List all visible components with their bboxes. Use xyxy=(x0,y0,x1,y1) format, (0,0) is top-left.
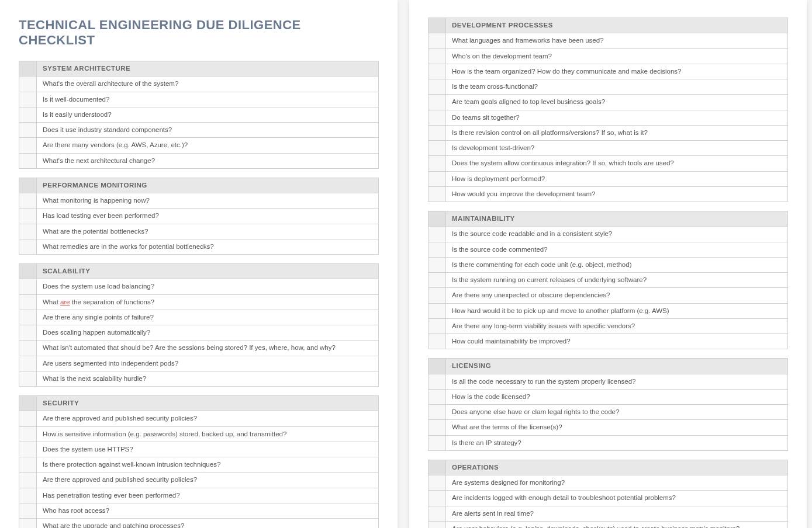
checklist-row: Who's on the development team? xyxy=(428,48,788,64)
checkbox-cell[interactable] xyxy=(429,319,446,334)
checklist-item-text: Are user behaviors (e.g. logins, downloa… xyxy=(446,522,787,528)
checklist-item-text: Is all the code necessary to run the sys… xyxy=(446,374,787,389)
section-header-row: SCALABILITY xyxy=(19,263,379,279)
checkbox-cell[interactable] xyxy=(429,436,446,450)
checklist-row: What languages and frameworks have been … xyxy=(428,33,788,48)
checklist-row: Is the team cross-functional? xyxy=(428,79,788,94)
checklist-row: Is it easily understood? xyxy=(19,107,379,122)
checklist-row: Does the system use load balancing? xyxy=(19,279,379,294)
section-header-label: MAINTAINABILITY xyxy=(446,211,787,226)
section-header-label: LICENSING xyxy=(446,359,787,373)
checkbox-cell[interactable] xyxy=(429,49,446,64)
checklist-item-text: Are there many vendors (e.g. AWS, Azure,… xyxy=(37,138,378,152)
checkbox-cell[interactable] xyxy=(19,123,37,137)
checklist-item-text: How is the team organized? How do they c… xyxy=(446,64,787,79)
checklist-section: SYSTEM ARCHITECTUREWhat's the overall ar… xyxy=(19,61,379,169)
checkbox-cell[interactable] xyxy=(429,33,446,48)
header-checkbox-cell xyxy=(429,359,446,373)
checkbox-cell[interactable] xyxy=(19,239,37,254)
checklist-row: Is there revision control on all platfor… xyxy=(428,125,788,140)
checklist-item-text: How is the code licensed? xyxy=(446,390,787,404)
checklist-item-text: What are the separation of functions? xyxy=(37,295,378,310)
checkbox-cell[interactable] xyxy=(429,491,446,505)
checkbox-cell[interactable] xyxy=(429,288,446,303)
checkbox-cell[interactable] xyxy=(19,138,37,152)
checkbox-cell[interactable] xyxy=(429,304,446,318)
checkbox-cell[interactable] xyxy=(19,488,37,503)
checklist-row: What are the potential bottlenecks? xyxy=(19,224,379,239)
checkbox-cell[interactable] xyxy=(429,172,446,186)
checklist-section: PERFORMANCE MONITORINGWhat monitoring is… xyxy=(19,178,379,255)
checklist-row: What are the terms of the license(s)? xyxy=(428,419,788,435)
checkbox-cell[interactable] xyxy=(429,405,446,419)
checklist-item-text: Are alerts sent in real time? xyxy=(446,506,787,521)
checkbox-cell[interactable] xyxy=(429,110,446,125)
checkbox-cell[interactable] xyxy=(19,107,37,122)
left-page: TECHNICAL ENGINEERING DUE DILIGENCE CHEC… xyxy=(0,0,398,528)
checkbox-cell[interactable] xyxy=(429,79,446,94)
checkbox-cell[interactable] xyxy=(429,334,446,349)
checklist-item-text: How hard would it be to pick up and move… xyxy=(446,304,787,318)
checkbox-cell[interactable] xyxy=(19,77,37,91)
section-header-label: SCALABILITY xyxy=(37,264,378,279)
checklist-row: Are users segmented into independent pod… xyxy=(19,356,379,371)
checkbox-cell[interactable] xyxy=(19,473,37,487)
checkbox-cell[interactable] xyxy=(19,519,37,528)
checkbox-cell[interactable] xyxy=(429,420,446,435)
header-checkbox-cell xyxy=(429,460,446,475)
checkbox-cell[interactable] xyxy=(19,224,37,239)
checkbox-cell[interactable] xyxy=(429,242,446,257)
checkbox-cell[interactable] xyxy=(429,126,446,140)
checkbox-cell[interactable] xyxy=(19,193,37,208)
checklist-row: What are the upgrade and patching proces… xyxy=(19,518,379,528)
checkbox-cell[interactable] xyxy=(19,442,37,457)
checklist-row: Do teams sit together? xyxy=(428,110,788,125)
checklist-row: Has load testing ever been performed? xyxy=(19,208,379,223)
section-header-row: LICENSING xyxy=(428,358,788,373)
section-header-label: DEVELOPMENT PROCESSES xyxy=(446,18,787,33)
checklist-row: Does the system allow continuous integra… xyxy=(428,155,788,171)
checkbox-cell[interactable] xyxy=(19,325,37,340)
checkbox-cell[interactable] xyxy=(19,92,37,107)
checklist-row: Are user behaviors (e.g. logins, downloa… xyxy=(428,521,788,528)
checkbox-cell[interactable] xyxy=(19,154,37,168)
checkbox-cell[interactable] xyxy=(19,341,37,355)
checkbox-cell[interactable] xyxy=(429,156,446,171)
checklist-section: OPERATIONSAre systems designed for monit… xyxy=(428,460,788,528)
checklist-item-text: What are the potential bottlenecks? xyxy=(37,224,378,239)
checklist-row: How would you improve the development te… xyxy=(428,186,788,202)
checkbox-cell[interactable] xyxy=(429,141,446,155)
checkbox-cell[interactable] xyxy=(429,506,446,521)
checklist-item-text: Are there approved and published securit… xyxy=(37,473,378,487)
checkbox-cell[interactable] xyxy=(19,209,37,223)
checkbox-cell[interactable] xyxy=(19,279,37,294)
checklist-row: Is there protection against well-known i… xyxy=(19,457,379,472)
checkbox-cell[interactable] xyxy=(19,427,37,442)
checklist-item-text: What isn't automated that should be? Are… xyxy=(37,341,378,355)
checkbox-cell[interactable] xyxy=(19,503,37,518)
checklist-row: Is the system running on current release… xyxy=(428,272,788,287)
checkbox-cell[interactable] xyxy=(19,411,37,426)
checkbox-cell[interactable] xyxy=(429,475,446,490)
checklist-row: Has penetration testing ever been perfor… xyxy=(19,488,379,503)
checkbox-cell[interactable] xyxy=(19,371,37,386)
checkbox-cell[interactable] xyxy=(19,295,37,310)
checklist-item-text: What's the next architectural change? xyxy=(37,154,378,168)
checkbox-cell[interactable] xyxy=(19,457,37,472)
checkbox-cell[interactable] xyxy=(429,374,446,389)
checkbox-cell[interactable] xyxy=(429,522,446,528)
checklist-row: What are the separation of functions? xyxy=(19,294,379,310)
checklist-row: Are alerts sent in real time? xyxy=(428,506,788,521)
checkbox-cell[interactable] xyxy=(429,227,446,241)
checkbox-cell[interactable] xyxy=(429,273,446,287)
header-checkbox-cell xyxy=(19,61,37,76)
checkbox-cell[interactable] xyxy=(429,64,446,79)
checkbox-cell[interactable] xyxy=(429,95,446,109)
checkbox-cell[interactable] xyxy=(429,390,446,404)
checkbox-cell[interactable] xyxy=(429,258,446,272)
checkbox-cell[interactable] xyxy=(19,310,37,325)
checkbox-cell[interactable] xyxy=(429,187,446,202)
checklist-row: What's the next architectural change? xyxy=(19,153,379,169)
section-header-row: DEVELOPMENT PROCESSES xyxy=(428,18,788,33)
checkbox-cell[interactable] xyxy=(19,356,37,371)
